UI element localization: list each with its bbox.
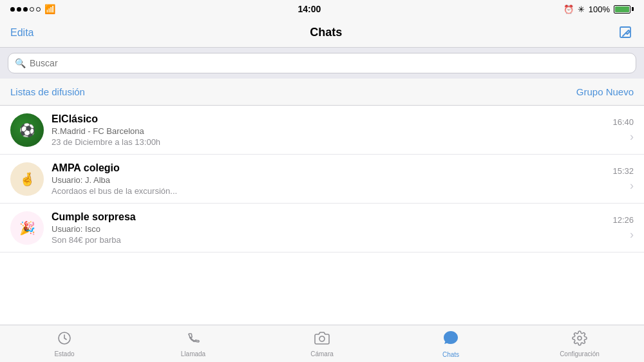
- tab-configuracion[interactable]: Configuración: [515, 327, 644, 361]
- tab-llamada[interactable]: Llamada: [129, 327, 258, 361]
- chat-name-cumple: Cumple sorpresa: [52, 211, 607, 223]
- chat-meta-cumple: 12:26 ›: [612, 215, 634, 240]
- avatar-cumple: 🎉: [10, 211, 44, 245]
- chat-content-ampa: AMPA colegio Usuario: J. Alba Acordaos e…: [52, 162, 607, 196]
- search-input[interactable]: [30, 58, 629, 68]
- status-time: 14:00: [298, 4, 321, 14]
- avatar-elclasico: ⚽: [10, 113, 44, 147]
- tab-bar: Estado Llamada Cámara Chats: [0, 325, 644, 362]
- tab-chats[interactable]: Chats: [386, 326, 515, 362]
- bluetooth-icon: ✳: [578, 5, 585, 14]
- svg-line-1: [623, 33, 626, 36]
- chat-meta-elclasico: 16:40 ›: [612, 117, 634, 142]
- search-icon: 🔍: [15, 58, 26, 68]
- chat-icon: [442, 330, 459, 349]
- chat-content-elclasico: ElClásico R.Madrid - FC Barcelona 23 de …: [52, 113, 607, 147]
- compose-button[interactable]: [618, 25, 634, 41]
- chat-item-elclasico[interactable]: ⚽ ElClásico R.Madrid - FC Barcelona 23 d…: [0, 106, 644, 155]
- chat-subtitle-elclasico: R.Madrid - FC Barcelona: [52, 126, 607, 136]
- chat-time-ampa: 15:32: [612, 166, 634, 176]
- chevron-icon-ampa: ›: [630, 180, 634, 191]
- avatar-emoji: 🎉: [19, 220, 35, 236]
- avatar-emoji: ⚽: [19, 122, 35, 138]
- status-bar: 📶 14:00 ⏰ ✳ 100%: [0, 0, 644, 18]
- chat-preview-cumple: Son 84€ por barba: [52, 235, 607, 245]
- signal-dots: [10, 7, 41, 12]
- tab-camara[interactable]: Cámara: [258, 327, 386, 361]
- battery-percent: 100%: [589, 5, 610, 14]
- status-left: 📶: [10, 4, 55, 14]
- wifi-icon: 📶: [44, 4, 55, 14]
- chat-preview-ampa: Acordaos el bus de la excursión...: [52, 186, 607, 196]
- alarm-icon: ⏰: [564, 5, 574, 14]
- nav-bar: Edita Chats: [0, 18, 644, 48]
- new-group-button[interactable]: Grupo Nuevo: [576, 86, 634, 97]
- avatar-emoji: 🤞: [19, 171, 35, 187]
- svg-point-4: [578, 336, 582, 340]
- chat-subtitle-cumple: Usuario: Isco: [52, 224, 607, 234]
- chat-name-ampa: AMPA colegio: [52, 162, 607, 174]
- dot-5: [36, 7, 41, 12]
- camera-icon: [314, 330, 330, 348]
- list-header: Listas de difusión Grupo Nuevo: [0, 79, 644, 106]
- chevron-icon-cumple: ›: [630, 229, 634, 240]
- tab-estado-label: Estado: [54, 350, 74, 357]
- chat-time-elclasico: 16:40: [612, 117, 634, 127]
- tab-estado[interactable]: Estado: [0, 327, 129, 361]
- chat-name-elclasico: ElClásico: [52, 113, 607, 125]
- clock-icon: [57, 330, 72, 348]
- gear-icon: [572, 330, 587, 348]
- dot-1: [10, 7, 15, 12]
- status-right: ⏰ ✳ 100%: [564, 5, 634, 14]
- svg-point-3: [319, 336, 325, 341]
- chat-subtitle-ampa: Usuario: J. Alba: [52, 175, 607, 185]
- battery-icon: [614, 5, 634, 14]
- chevron-icon-elclasico: ›: [630, 131, 634, 142]
- tab-chats-label: Chats: [442, 351, 459, 358]
- compose-icon: [618, 25, 634, 41]
- dot-3: [23, 7, 28, 12]
- chat-preview-elclasico: 23 de Diciembre a las 13:00h: [52, 137, 607, 147]
- tab-configuracion-label: Configuración: [560, 350, 600, 357]
- tab-llamada-label: Llamada: [181, 350, 205, 357]
- search-bar: 🔍: [8, 53, 636, 73]
- dot-4: [30, 7, 34, 12]
- chat-item-ampa[interactable]: 🤞 AMPA colegio Usuario: J. Alba Acordaos…: [0, 155, 644, 204]
- avatar-ampa: 🤞: [10, 162, 44, 196]
- chat-item-cumple[interactable]: 🎉 Cumple sorpresa Usuario: Isco Son 84€ …: [0, 204, 644, 252]
- chat-content-cumple: Cumple sorpresa Usuario: Isco Son 84€ po…: [52, 211, 607, 245]
- chat-time-cumple: 12:26: [612, 215, 634, 225]
- tab-camara-label: Cámara: [310, 350, 334, 357]
- chat-list: ⚽ ElClásico R.Madrid - FC Barcelona 23 d…: [0, 106, 644, 325]
- chat-meta-ampa: 15:32 ›: [612, 166, 634, 191]
- edit-button[interactable]: Edita: [10, 27, 33, 39]
- broadcast-lists-button[interactable]: Listas de difusión: [10, 86, 85, 97]
- dot-2: [17, 7, 21, 12]
- nav-title: Chats: [310, 26, 342, 39]
- search-container: 🔍: [0, 48, 644, 79]
- phone-icon: [185, 330, 201, 348]
